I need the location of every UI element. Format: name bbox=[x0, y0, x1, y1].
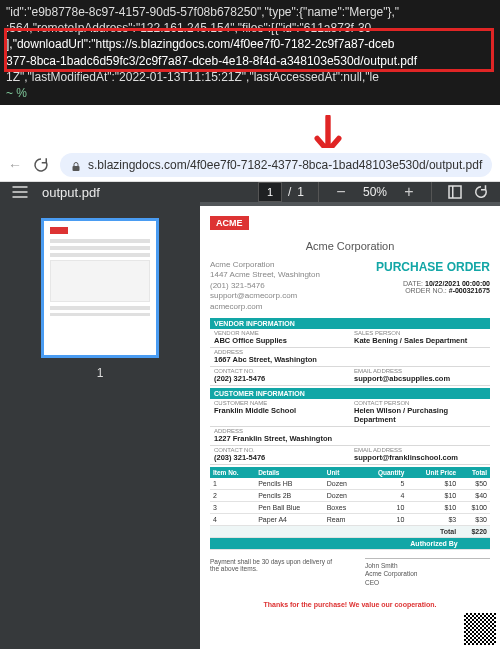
separator bbox=[318, 182, 319, 202]
separator bbox=[431, 182, 432, 202]
lock-icon bbox=[70, 159, 82, 171]
zoom-level: 50% bbox=[363, 185, 387, 199]
term-line: 1Z","lastModifiedAt":"2022-01-13T11:15:2… bbox=[6, 69, 494, 85]
po-block: PURCHASE ORDER DATE: 10/22/2021 00:00:00… bbox=[376, 260, 490, 312]
fit-page-icon[interactable] bbox=[446, 183, 464, 201]
pdf-page-area[interactable]: ACME Acme Corporation Acme Corporation 1… bbox=[200, 202, 500, 649]
svg-rect-0 bbox=[73, 166, 80, 171]
term-line: 377-8bca-1badc6d59fc3/2c9f7a87-dceb-4e18… bbox=[6, 53, 494, 69]
table-row: 3Pen Ball BlueBoxes10$10$100 bbox=[210, 501, 490, 513]
term-line: "id":"e9b8778e-8c97-4157-90d5-57f08b6782… bbox=[6, 4, 494, 20]
pdf-main: 1 ACME Acme Corporation Acme Corporation… bbox=[0, 202, 500, 649]
vendor-header: VENDOR INFORMATION bbox=[210, 318, 490, 329]
table-row: 1Pencils HBDozen5$10$50 bbox=[210, 478, 490, 490]
table-row: 2Pencils 2BDozen4$10$40 bbox=[210, 489, 490, 501]
pdf-title: output.pdf bbox=[42, 185, 100, 200]
doc-title: Acme Corporation bbox=[210, 240, 490, 252]
term-line: ],"downloadUrl":"https://s.blazingdocs.c… bbox=[6, 36, 494, 52]
signature: John Smith Acme Corporation CEO bbox=[365, 558, 490, 587]
back-icon[interactable]: ← bbox=[8, 157, 22, 173]
brand-badge: ACME bbox=[210, 216, 249, 230]
page-sep: / bbox=[288, 185, 291, 199]
thumbnail[interactable] bbox=[41, 218, 159, 358]
page-total: 1 bbox=[297, 185, 304, 199]
pdf-toolbar: output.pdf / 1 − 50% + bbox=[0, 182, 500, 202]
menu-icon[interactable] bbox=[10, 182, 30, 202]
terms: Payment shall be 30 days upon delivery o… bbox=[210, 558, 335, 587]
url-bar: ← s.blazingdocs.com/4f0ee7f0-7182-4377-8… bbox=[0, 148, 500, 182]
zoom-out-icon[interactable]: − bbox=[333, 183, 349, 201]
page-box: / 1 bbox=[258, 182, 304, 202]
browser-window: ← s.blazingdocs.com/4f0ee7f0-7182-4377-8… bbox=[0, 148, 500, 649]
customer-header: CUSTOMER INFORMATION bbox=[210, 388, 490, 399]
term-line: :564,"remoteIpAddress":"122.161.245.154"… bbox=[6, 20, 494, 36]
page-input[interactable] bbox=[258, 182, 282, 202]
url-field[interactable]: s.blazingdocs.com/4f0ee7f0-7182-4377-8bc… bbox=[60, 153, 492, 177]
svg-rect-1 bbox=[449, 186, 461, 198]
pdf-viewer: output.pdf / 1 − 50% + bbox=[0, 182, 500, 649]
url-text: s.blazingdocs.com/4f0ee7f0-7182-4377-8bc… bbox=[88, 158, 482, 172]
items-table: Item No.DetailsUnit QuantityUnit PriceTo… bbox=[210, 467, 490, 550]
zoom-in-icon[interactable]: + bbox=[401, 183, 417, 201]
table-row: 4Paper A4Ream10$3$30 bbox=[210, 513, 490, 525]
thanks-line: Thanks for the purchase! We value our co… bbox=[210, 601, 490, 608]
thumbnail-label: 1 bbox=[0, 366, 200, 380]
rotate-icon[interactable] bbox=[472, 183, 490, 201]
company-block: Acme Corporation 1447 Acme Street, Washi… bbox=[210, 260, 320, 312]
terminal-output: "id":"e9b8778e-8c97-4157-90d5-57f08b6782… bbox=[0, 0, 500, 105]
reload-icon[interactable] bbox=[32, 156, 50, 174]
qr-code bbox=[464, 613, 496, 645]
pdf-page: ACME Acme Corporation Acme Corporation 1… bbox=[200, 206, 500, 649]
term-prompt: ~ % bbox=[6, 85, 494, 101]
thumbnail-panel: 1 bbox=[0, 202, 200, 649]
